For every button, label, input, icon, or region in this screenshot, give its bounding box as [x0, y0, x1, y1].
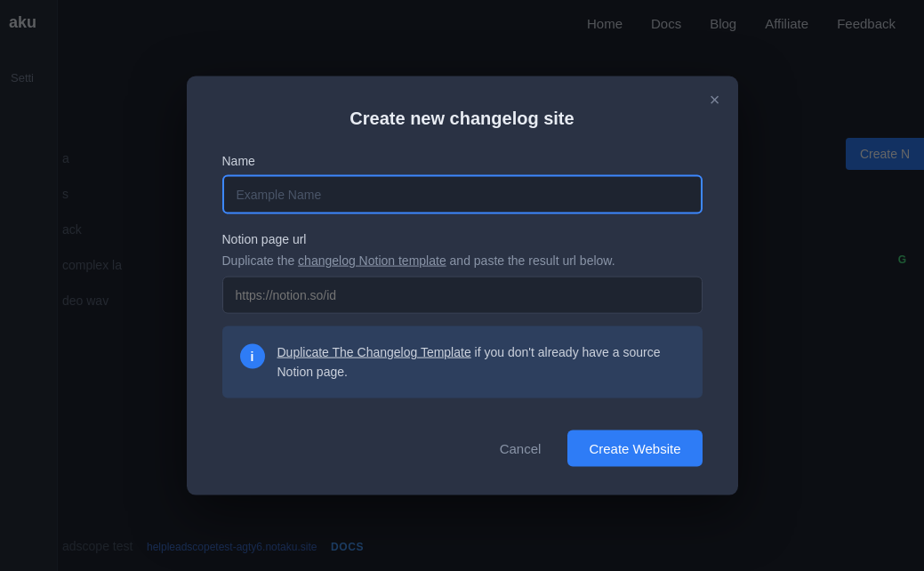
notion-url-label: Notion page url: [222, 232, 703, 246]
cancel-button[interactable]: Cancel: [486, 431, 556, 464]
info-text: Duplicate The Changelog Template if you …: [277, 342, 685, 382]
modal-close-button[interactable]: ×: [710, 91, 720, 109]
info-icon: i: [240, 344, 265, 369]
create-website-button[interactable]: Create Website: [567, 430, 702, 466]
notion-url-desc-suffix: and paste the result url below.: [446, 253, 615, 268]
duplicate-template-link[interactable]: Duplicate The Changelog Template: [277, 345, 471, 359]
notion-url-desc: Duplicate the changelog Notion template …: [222, 253, 703, 268]
modal-footer: Cancel Create Website: [222, 430, 703, 466]
notion-template-link[interactable]: changelog Notion template: [298, 253, 446, 268]
name-input[interactable]: [222, 175, 703, 214]
notion-url-input[interactable]: [222, 277, 703, 314]
info-box: i Duplicate The Changelog Template if yo…: [222, 326, 703, 398]
notion-url-desc-prefix: Duplicate the: [222, 253, 299, 268]
notion-url-field-group: Notion page url Duplicate the changelog …: [222, 232, 703, 314]
name-label: Name: [222, 154, 703, 168]
name-field-group: Name: [222, 154, 703, 232]
modal-dialog: × Create new changelog site Name Notion …: [187, 76, 738, 495]
modal-title: Create new changelog site: [222, 109, 703, 129]
